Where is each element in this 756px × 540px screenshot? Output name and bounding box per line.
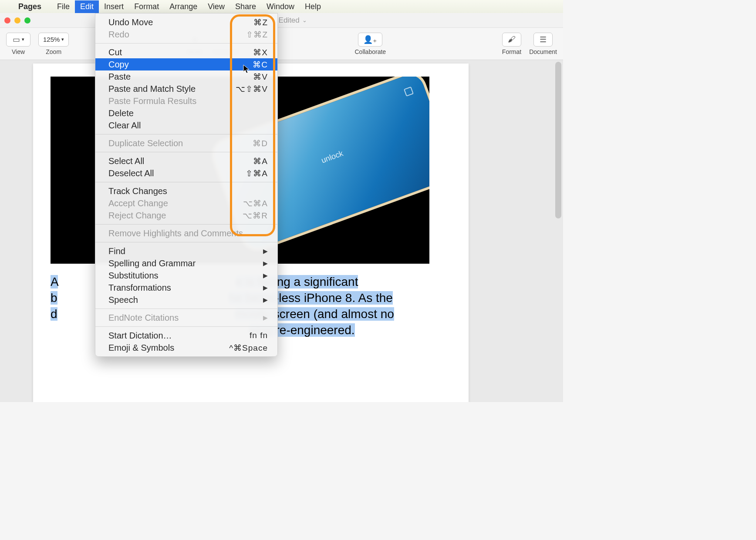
menu-shortcut: ⌥⌘R [243,211,268,221]
window: e 8 — Edited ⌄ ▭▾ View 125%▾ Zoom ✿ Medi… [0,13,563,402]
menu-shortcut: fn fn [250,331,268,340]
menu-item-substitutions[interactable]: Substitutions▶ [95,269,277,282]
menu-item-deselect-all[interactable]: Deselect All⇧⌘A [95,167,277,179]
toolbar: ▭▾ View 125%▾ Zoom ✿ Media ▬ Comment 👤₊ … [0,28,563,60]
menu-item-label: Undo Move [108,17,153,27]
menu-shortcut: ⌘X [253,47,268,57]
menu-insert[interactable]: Insert [99,0,129,13]
menu-shortcut: ⌘Z [253,17,268,27]
toolbar-zoom-label: Zoom [46,48,61,55]
menu-shortcut: ⇧⌘A [246,168,268,178]
minimize-window-button[interactable] [14,17,20,23]
app-name[interactable]: Pages [14,0,46,13]
menu-separator [95,224,277,225]
menu-item-remove-highlights-and-comments: Remove Highlights and Comments [95,227,277,239]
toolbar-zoom[interactable]: 125%▾ Zoom [38,33,69,55]
menu-item-endnote-citations: EndNote Citations▶ [95,312,277,324]
toolbar-collaborate-label: Collaborate [355,48,386,55]
zoom-value: 125% [43,36,60,43]
menu-item-spelling-and-grammar[interactable]: Spelling and Grammar▶ [95,257,277,269]
menu-item-label: Paste Formula Results [108,96,196,106]
vertical-scrollbar[interactable] [555,62,561,218]
menu-item-label: Track Changes [108,186,167,196]
submenu-arrow-icon: ▶ [263,296,268,303]
submenu-arrow-icon: ▶ [263,314,268,321]
menu-item-undo-move[interactable]: Undo Move⌘Z [95,16,277,28]
menu-item-label: Emoji & Symbols [108,343,174,353]
menu-shortcut: ⌥⌘A [243,198,268,208]
menu-item-duplicate-selection: Duplicate Selection⌘D [95,137,277,149]
toolbar-view[interactable]: ▭▾ View [6,33,30,55]
menu-item-paste-formula-results: Paste Formula Results [95,95,277,107]
submenu-arrow-icon: ▶ [263,260,268,267]
menu-item-label: Select All [108,156,144,166]
menu-shortcut: ⌥⇧⌘V [236,84,268,94]
toolbar-document[interactable]: ☰ Document [529,33,557,55]
menu-arrange[interactable]: Arrange [164,0,202,13]
menu-item-label: Redo [108,30,129,40]
toolbar-format-label: Format [502,48,521,55]
selected-text: d [51,307,57,321]
menu-item-track-changes[interactable]: Track Changes [95,185,277,197]
menu-shortcut: ⌘V [253,72,268,82]
menu-item-reject-change: Reject Change⌥⌘R [95,209,277,221]
menu-separator [95,152,277,152]
menu-item-emoji-symbols[interactable]: Emoji & Symbols^⌘Space [95,342,277,354]
menu-shortcut: ⌘D [253,138,268,148]
menu-separator [95,326,277,327]
menu-item-transformations[interactable]: Transformations▶ [95,282,277,294]
menu-view[interactable]: View [202,0,230,13]
chevron-down-icon: ▾ [61,37,64,42]
menu-item-select-all[interactable]: Select All⌘A [95,155,277,167]
menu-separator [95,134,277,134]
menu-item-clear-all[interactable]: Clear All [95,119,277,131]
menu-item-copy[interactable]: Copy⌘C [95,58,277,70]
menu-separator [95,242,277,242]
menu-shortcut: ⇧⌘Z [246,30,268,40]
menu-item-label: Duplicate Selection [108,138,183,148]
menu-item-redo: Redo⇧⌘Z [95,28,277,40]
menu-window[interactable]: Window [261,0,300,13]
menu-separator [95,182,277,182]
menu-item-find[interactable]: Find▶ [95,245,277,257]
fullscreen-window-button[interactable] [24,17,30,23]
menu-share[interactable]: Share [230,0,261,13]
menu-item-label: Accept Change [108,198,168,208]
submenu-arrow-icon: ▶ [263,284,268,291]
menu-help[interactable]: Help [300,0,326,13]
menu-item-label: Delete [108,108,134,118]
document-icon: ☰ [540,35,547,44]
menu-file[interactable]: File [52,0,75,13]
menu-item-speech[interactable]: Speech▶ [95,294,277,306]
submenu-arrow-icon: ▶ [263,248,268,255]
menu-item-label: Paste [108,72,131,82]
menu-shortcut: ⌘A [253,156,268,166]
menu-item-label: Speech [108,295,138,305]
menu-format[interactable]: Format [129,0,164,13]
menu-item-label: Find [108,246,125,256]
submenu-arrow-icon: ▶ [263,272,268,279]
toolbar-document-label: Document [529,48,557,55]
menu-item-label: Start Dictation… [108,331,172,341]
chevron-down-icon: ▾ [22,37,24,42]
menu-item-delete[interactable]: Delete [95,107,277,119]
edit-menu-dropdown[interactable]: Undo Move⌘ZRedo⇧⌘ZCut⌘XCopy⌘CPaste⌘VPast… [95,13,278,357]
selected-text: b [51,291,57,305]
menu-item-accept-change: Accept Change⌥⌘A [95,197,277,209]
menu-item-paste[interactable]: Paste⌘V [95,70,277,83]
menu-item-cut[interactable]: Cut⌘X [95,46,277,58]
menu-item-label: Copy [108,60,129,70]
close-window-button[interactable] [4,17,10,23]
menu-item-paste-and-match-style[interactable]: Paste and Match Style⌥⇧⌘V [95,83,277,95]
document-area[interactable]: unlock A xxxxxxxxxxxxxxxxxxxxxxxxxxxx e … [0,60,563,402]
toolbar-format[interactable]: 🖌 Format [502,33,521,55]
phone-unlock-label: unlock [320,149,344,165]
menu-item-label: Cut [108,47,122,57]
toolbar-collaborate[interactable]: 👤₊ Collaborate [355,33,386,55]
menu-edit[interactable]: Edit [75,0,99,13]
menu-shortcut: ⌘C [253,60,268,70]
menu-item-label: Reject Change [108,211,166,221]
chevron-down-icon: ⌄ [302,17,307,23]
view-icon: ▭ [13,35,20,44]
menu-item-start-dictation[interactable]: Start Dictation…fn fn [95,329,277,342]
